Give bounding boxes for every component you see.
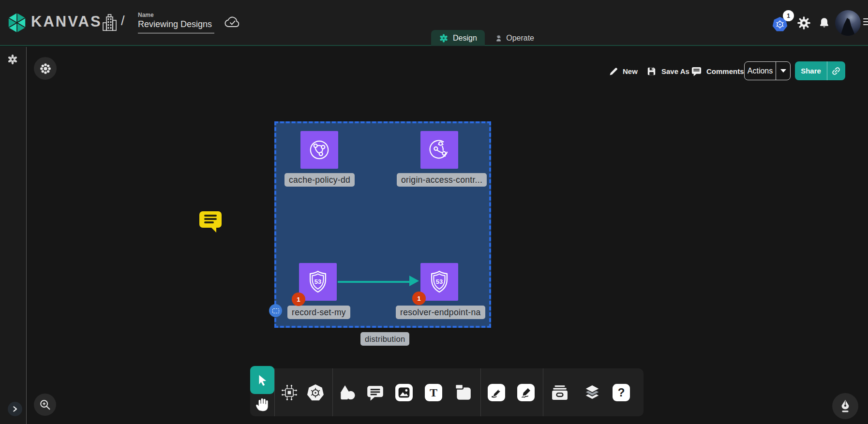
node-label-resolver-endpoint[interactable]: resolver-endpoint-na (396, 306, 485, 319)
cursor-arrow-icon (256, 374, 269, 386)
canvas-options-button[interactable] (34, 57, 57, 80)
link-icon (831, 66, 841, 76)
pen-nib-icon (838, 399, 852, 413)
breadcrumb-separator: / (121, 14, 125, 29)
hamburger-menu-icon[interactable] (863, 16, 868, 27)
pen-tool[interactable] (488, 384, 505, 401)
alert-badge-resolver-endpoint[interactable]: 1 (412, 292, 426, 305)
floppy-save-icon (646, 66, 657, 77)
svg-text:53: 53 (436, 278, 443, 285)
notifications-bell-icon[interactable] (817, 15, 831, 30)
edge-arrowhead (409, 276, 419, 286)
comment-bubble-tail (211, 227, 216, 233)
tab-design[interactable]: Design (431, 30, 485, 46)
node-label-cache-policy[interactable]: cache-policy-dd (284, 173, 355, 187)
comments-bubble-icon (691, 66, 702, 77)
edge-record-to-resolver[interactable] (338, 281, 410, 283)
node-cache-policy[interactable] (300, 131, 338, 169)
design-name-label: Name (138, 12, 154, 18)
node-label-record-set[interactable]: record-set-my (287, 306, 350, 319)
settings-gear-icon[interactable] (796, 15, 811, 30)
route53-shield-icon: 53 (305, 269, 330, 294)
node-label-origin-access[interactable]: origin-access-contr... (397, 173, 487, 187)
toolbar-separator (274, 368, 275, 416)
share-button[interactable]: Share (795, 61, 845, 80)
bottom-toolbar: T (250, 368, 644, 416)
toolbar-separator (543, 368, 543, 416)
node-origin-access-control[interactable] (420, 131, 458, 169)
chevron-right-icon (12, 406, 18, 412)
organization-building-icon[interactable] (102, 13, 117, 34)
shapes-tool[interactable] (338, 383, 356, 402)
tab-operate[interactable]: Operate (488, 30, 542, 46)
hand-icon (254, 395, 270, 413)
alert-badge-record-set[interactable]: 1 (292, 292, 305, 306)
selection-handle-icon (272, 308, 279, 313)
new-button[interactable]: New (608, 62, 638, 80)
comments-button-label: Comments (706, 67, 744, 75)
pen-path-icon (490, 386, 503, 399)
layers-tool[interactable] (583, 383, 601, 401)
chevron-down-icon (780, 69, 786, 73)
left-sidebar (0, 47, 27, 424)
app-window: KANVAS / Name (0, 0, 868, 424)
flower-gear-icon (39, 62, 52, 75)
group-label-distribution[interactable]: distribution (360, 332, 409, 346)
copy-link-button[interactable] (827, 66, 845, 76)
save-as-button[interactable]: Save As (646, 62, 689, 80)
cloud-saved-icon (224, 15, 242, 30)
archive-tool[interactable] (551, 384, 569, 401)
actions-dropdown-button[interactable]: Actions (744, 61, 791, 80)
magnifier-plus-icon (39, 398, 51, 411)
design-name-input[interactable] (138, 19, 214, 33)
zoom-in-button[interactable] (34, 394, 56, 416)
frame-tool[interactable] (454, 383, 472, 401)
new-button-label: New (623, 67, 638, 75)
help-tool[interactable]: ? (613, 384, 630, 401)
cloudfront-globe-icon (427, 137, 452, 162)
actions-dropdown-toggle[interactable] (776, 69, 790, 73)
node-record-set[interactable]: 53 (299, 263, 337, 301)
pencil-draw-icon (520, 386, 532, 399)
kubernetes-count-badge: 1 (783, 10, 794, 21)
expand-sidebar-button[interactable] (8, 402, 22, 416)
design-swirl-icon (439, 33, 449, 43)
canvas-comment-marker[interactable] (199, 211, 222, 233)
comment-tool[interactable] (366, 384, 384, 402)
hand-tool-button[interactable] (254, 395, 270, 413)
image-tool[interactable] (395, 384, 413, 401)
route53-shield-icon: 53 (427, 269, 452, 294)
image-icon (397, 386, 411, 399)
toolbar-separator (480, 368, 481, 416)
tab-operate-label: Operate (506, 34, 534, 43)
text-tool[interactable]: T (425, 384, 442, 401)
save-as-button-label: Save As (661, 67, 689, 75)
kanvas-logo-icon (6, 12, 28, 34)
pencil-new-icon (608, 66, 618, 76)
top-header: KANVAS / Name (0, 0, 868, 46)
svg-text:53: 53 (314, 278, 321, 285)
actions-button-label: Actions (745, 67, 776, 75)
pencil-tool[interactable] (517, 384, 535, 401)
tab-design-label: Design (453, 34, 477, 43)
infrastructure-chip-tool[interactable] (280, 383, 299, 402)
text-tool-glyph: T (430, 387, 437, 398)
sidebar-swirl-icon[interactable] (7, 54, 18, 65)
pen-mode-button[interactable] (832, 393, 858, 419)
share-button-label: Share (795, 67, 827, 75)
help-glyph: ? (618, 387, 625, 398)
selection-handle[interactable] (269, 304, 282, 317)
cloudfront-globe-icon (307, 137, 332, 162)
user-avatar[interactable] (835, 10, 861, 36)
comments-button[interactable]: Comments (691, 62, 744, 80)
logo-text: KANVAS (31, 13, 102, 30)
toolbar-separator (332, 368, 333, 416)
operator-headset-icon (495, 32, 502, 44)
node-resolver-endpoint[interactable]: 53 (420, 263, 458, 301)
kubernetes-tool[interactable] (306, 383, 325, 402)
select-tool-button[interactable] (250, 366, 274, 394)
